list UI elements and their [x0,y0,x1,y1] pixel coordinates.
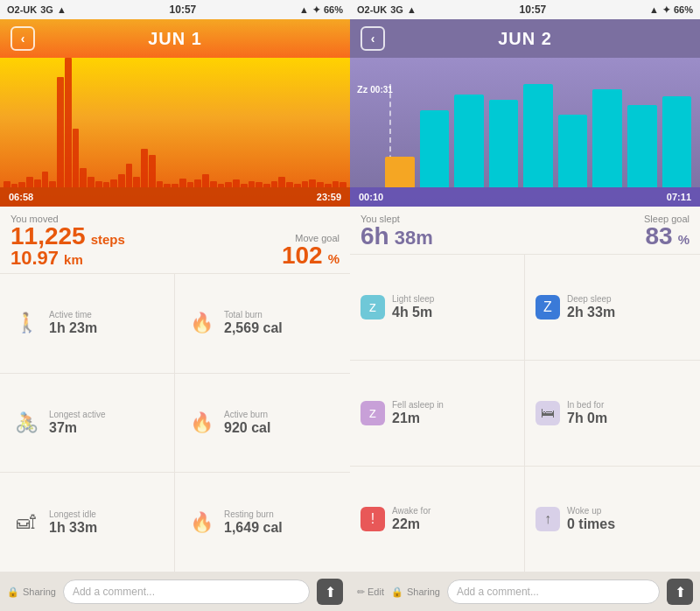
distance-row: 10.97 km [10,249,125,268]
deep-sleep-text: Deep sleep 2h 33m [567,294,615,320]
awake-label: Awake for [392,506,430,516]
carrier-right: O2-UK [357,4,387,15]
bar [179,179,186,187]
sleep-bar-8 [662,96,692,187]
network-left: 3G [40,4,53,15]
active-time-value: 1h 23m [49,320,97,336]
total-burn-icon: 🔥 [186,307,217,339]
bar [26,177,33,187]
sleep-bar-1 [420,110,450,188]
stat-woke-up: ↑ Woke up 0 times [525,467,700,572]
back-button-left[interactable]: ‹ [10,26,35,51]
bluetooth-icon-right: ✦ [662,4,670,16]
fell-asleep-text: Fell asleep in 21m [392,400,444,426]
share-button-right[interactable]: ⬆ [667,579,693,605]
left-panel: O2-UK 3G ▲ 10:57 ▲ ✦ 66% ‹ JUN 1 [0,0,350,611]
active-burn-label: Active burn [224,410,270,419]
bar [248,181,256,187]
sleep-minutes: 38m [395,228,433,248]
bar [88,177,94,187]
chart-start-time-left: 06:58 [9,192,33,202]
sleep-bars [385,84,691,187]
bar [95,181,102,187]
summary-sleep-goal: Sleep goal 83 % [644,214,690,249]
percent-unit: % [328,251,340,266]
sharing-right: 🔒 Sharing [391,586,440,598]
status-right-right: ▲ ✦ 66% [649,4,693,16]
sharing-label-right: Sharing [407,586,440,597]
sharing-left: 🔒 Sharing [7,586,56,598]
stats-grid-right: z Light sleep 4h 5m Z Deep sleep 2h 33m … [350,255,700,572]
bar [309,179,316,187]
bar [332,181,340,187]
stat-awake: ! Awake for 22m [350,467,525,572]
in-bed-label: In bed for [567,400,607,410]
summary-moved: You moved 11,225 steps 10.97 km [10,214,125,268]
sleep-bar-orange [385,157,415,187]
sleep-chart-right: Zz 00:31 00:10 07:11 [350,58,700,207]
chart-end-time-left: 23:59 [317,192,341,202]
longest-active-value: 37m [49,419,106,436]
active-burn-text: Active burn 920 cal [224,410,270,436]
sharing-label-left: Sharing [23,586,56,597]
bar [278,177,285,187]
footer-right: ✏ Edit 🔒 Sharing Add a comment... ⬆ [350,572,700,611]
status-left: O2-UK 3G ▲ [7,4,66,15]
edit-label-right: Edit [368,586,384,597]
back-button-right[interactable]: ‹ [360,26,385,51]
lock-icon-left: 🔒 [7,586,19,598]
bar [202,174,209,187]
bluetooth-icon-left: ✦ [312,4,320,16]
bar [110,179,117,187]
right-panel: O2-UK 3G ▲ 10:57 ▲ ✦ 66% ‹ JUN 2 Zz 00:3… [350,0,700,611]
resting-burn-icon: 🔥 [186,507,217,538]
sleep-bar-5 [558,115,588,187]
stat-active-time: 🚶 Active time 1h 23m [0,274,175,374]
header-right: ‹ JUN 2 [350,19,700,58]
sleep-goal-percent: 83 [646,224,673,249]
stat-total-burn: 🔥 Total burn 2,569 cal [175,274,350,374]
signal-icon-right: ▲ [407,4,416,15]
status-right-left: ▲ ✦ 66% [299,4,343,16]
stat-resting-burn: 🔥 Resting burn 1,649 cal [175,473,350,572]
status-bar-right: O2-UK 3G ▲ 10:57 ▲ ✦ 66% [350,0,700,19]
stat-longest-idle: 🛋 Longest idle 1h 33m [0,473,175,572]
edit-right: ✏ Edit [357,586,384,598]
longest-idle-label: Longest idle [49,509,97,519]
woke-up-label: Woke up [567,506,615,516]
active-burn-value: 920 cal [224,419,270,436]
chart-time-bar-left: 06:58 23:59 [0,187,350,207]
stats-area-left: You moved 11,225 steps 10.97 km Move goa… [0,207,350,572]
fell-asleep-icon: z [360,401,385,425]
bar [302,181,309,187]
steps-row: 11,225 steps [10,224,125,249]
time-left: 10:57 [170,4,197,16]
bar [65,58,72,187]
active-time-label: Active time [49,310,97,320]
bar [133,177,140,187]
deep-sleep-icon: Z [536,295,560,320]
bar [118,174,125,187]
deep-sleep-label: Deep sleep [567,294,615,304]
stat-deep-sleep: Z Deep sleep 2h 33m [525,255,700,361]
total-burn-text: Total burn 2,569 cal [224,310,283,336]
share-button-left[interactable]: ⬆ [317,579,343,605]
activity-chart-left: 06:58 23:59 [0,58,350,207]
percent-row: 102 % [282,243,340,268]
light-sleep-value: 4h 5m [392,304,434,320]
battery-left: 66% [324,4,343,15]
chart-end-time-right: 07:11 [667,192,691,202]
awake-value: 22m [392,516,430,532]
longest-idle-icon: 🛋 [10,507,42,538]
comment-input-left[interactable]: Add a comment... [63,579,310,604]
comment-input-right[interactable]: Add a comment... [447,579,660,604]
fell-asleep-label: Fell asleep in [392,400,444,410]
sleep-bar-6 [592,89,622,187]
awake-text: Awake for 22m [392,506,430,532]
chart-time-bar-right: 00:10 07:11 [350,187,700,207]
sleep-bar-2 [454,95,484,187]
page-title-right: JUN 2 [498,29,552,49]
sleep-bar-3 [489,100,519,187]
summary-goal: Move goal 102 % [282,233,340,268]
bar [141,149,148,187]
